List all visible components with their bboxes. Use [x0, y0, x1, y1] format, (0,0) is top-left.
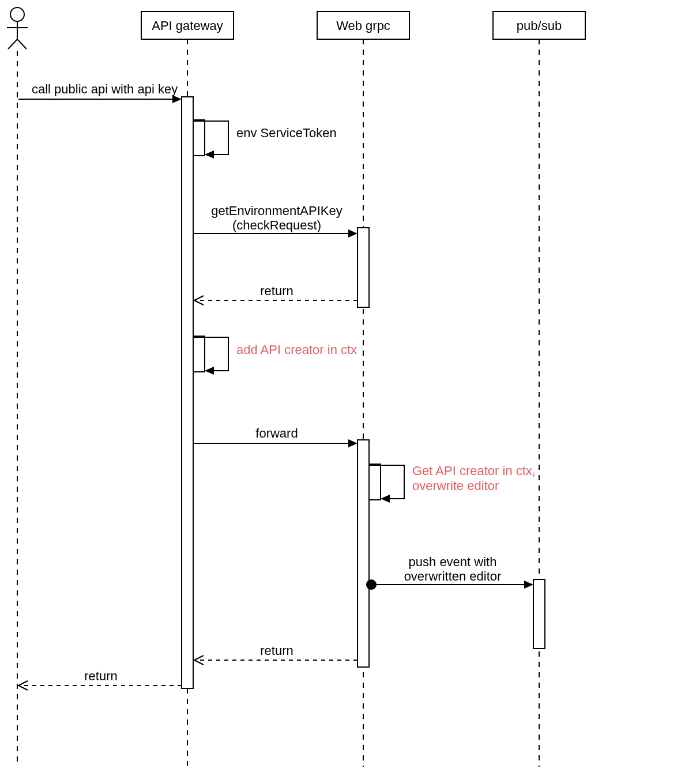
msg-env-token: env ServiceToken [193, 121, 337, 159]
msg-get-creator-label1: Get API creator in ctx, [412, 464, 536, 478]
msg-get-env-key: getEnvironmentAPIKey (checkRequest) [193, 204, 357, 238]
msg-add-creator-label: add API creator in ctx [236, 342, 357, 357]
msg-push-event-label1: push event with [409, 555, 497, 569]
actor-participant [7, 7, 28, 49]
sequence-diagram: API gateway Web grpc pub/sub call public… [0, 0, 700, 776]
web-grpc-label: Web grpc [336, 18, 390, 33]
api-gateway-activation [182, 97, 193, 688]
svg-line-4 [17, 39, 27, 49]
msg-forward: forward [193, 426, 357, 447]
msg-return-3: return [18, 669, 182, 690]
svg-line-3 [8, 39, 17, 49]
msg-return-2: return [194, 643, 357, 665]
msg-push-event-label2: overwritten editor [404, 569, 502, 583]
msg-add-creator: add API creator in ctx [193, 337, 357, 375]
msg-get-creator-label2: overwrite editor [412, 479, 499, 493]
svg-point-18 [366, 579, 377, 590]
msg-return-1-label: return [260, 284, 293, 298]
msg-return-3-label: return [84, 669, 117, 683]
msg-get-creator: Get API creator in ctx, overwrite editor [369, 464, 536, 503]
self-activation-3 [369, 464, 381, 500]
msg-call-api: call public api with api key [18, 82, 182, 103]
svg-marker-12 [348, 229, 357, 238]
svg-marker-10 [205, 150, 214, 159]
svg-marker-9 [172, 95, 182, 103]
msg-call-api-label: call public api with api key [32, 82, 178, 96]
svg-marker-16 [348, 439, 357, 447]
web-grpc-participant: Web grpc [317, 12, 409, 39]
svg-marker-14 [205, 367, 214, 375]
msg-get-env-key-label1: getEnvironmentAPIKey [211, 204, 342, 218]
pubsub-label: pub/sub [517, 18, 562, 33]
svg-marker-17 [381, 495, 390, 503]
svg-point-0 [10, 7, 24, 21]
self-activation-1 [193, 120, 205, 156]
msg-get-env-key-label2: (checkRequest) [232, 218, 321, 232]
pubsub-participant: pub/sub [493, 12, 585, 39]
self-activation-2 [193, 336, 205, 372]
svg-marker-20 [524, 581, 533, 589]
msg-push-event: push event with overwritten editor [366, 555, 533, 590]
msg-return-2-label: return [260, 643, 293, 658]
web-grpc-activation-1 [357, 228, 369, 307]
msg-forward-label: forward [255, 426, 298, 440]
web-grpc-activation-2 [357, 440, 369, 667]
pubsub-activation [533, 579, 545, 649]
api-gateway-label: API gateway [152, 18, 223, 33]
msg-return-1: return [194, 284, 357, 305]
api-gateway-participant: API gateway [141, 12, 234, 39]
msg-env-token-label: env ServiceToken [236, 126, 337, 140]
